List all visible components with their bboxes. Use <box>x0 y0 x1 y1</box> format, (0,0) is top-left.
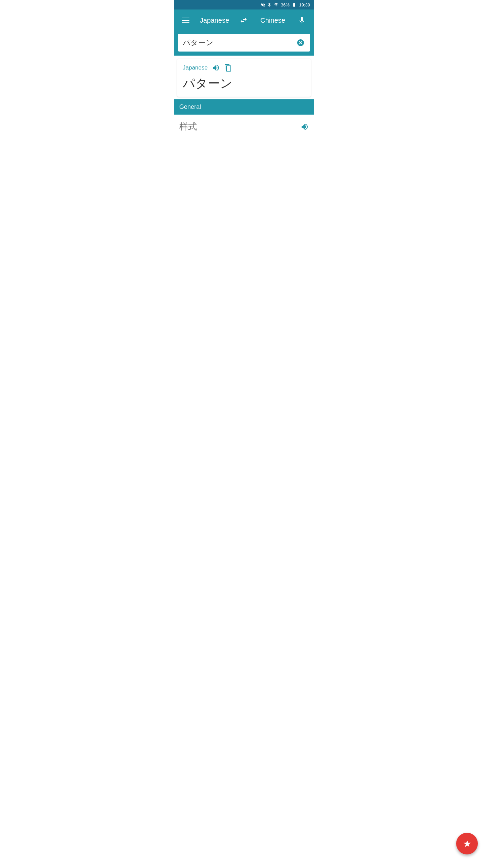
result-speaker-icon-0 <box>301 123 309 131</box>
microphone-button[interactable] <box>295 14 309 27</box>
app-bar: Japanese Chinese <box>174 9 314 31</box>
source-language-selector[interactable]: Japanese <box>192 17 237 24</box>
status-bar: 36% 19:39 <box>174 0 314 9</box>
target-language-selector[interactable]: Chinese <box>250 17 295 24</box>
result-text-0: 样式 <box>179 121 197 133</box>
battery-percent: 36% <box>281 2 289 7</box>
microphone-icon <box>298 16 306 24</box>
menu-line-3 <box>182 22 189 23</box>
source-copy-button[interactable] <box>224 64 232 72</box>
battery-icon <box>291 2 297 7</box>
section-header-general: General <box>174 99 314 115</box>
time: 19:39 <box>299 2 310 7</box>
signal-icon <box>273 2 279 7</box>
menu-line-1 <box>182 18 189 18</box>
swap-languages-button[interactable] <box>237 14 250 27</box>
mute-icon <box>261 2 265 7</box>
section-header-label: General <box>179 103 201 110</box>
result-row[interactable]: 样式 <box>174 115 314 139</box>
bluetooth-icon <box>267 2 272 7</box>
source-speak-button[interactable] <box>212 64 220 72</box>
menu-line-2 <box>182 20 189 21</box>
card-header: Japanese <box>183 64 305 72</box>
source-speaker-icon <box>212 64 220 72</box>
source-text: パターン <box>183 76 305 91</box>
search-box <box>178 34 310 52</box>
menu-button[interactable] <box>179 15 192 26</box>
search-container <box>174 31 314 56</box>
clear-button[interactable] <box>296 38 305 47</box>
copy-icon <box>224 64 232 72</box>
source-card: Japanese パターン <box>177 59 311 97</box>
status-icons: 36% 19:39 <box>261 2 310 7</box>
clear-icon <box>297 39 305 47</box>
card-language-label: Japanese <box>183 64 208 71</box>
swap-icon <box>240 16 248 24</box>
search-input[interactable] <box>183 38 292 47</box>
result-speak-button-0[interactable] <box>301 123 309 131</box>
